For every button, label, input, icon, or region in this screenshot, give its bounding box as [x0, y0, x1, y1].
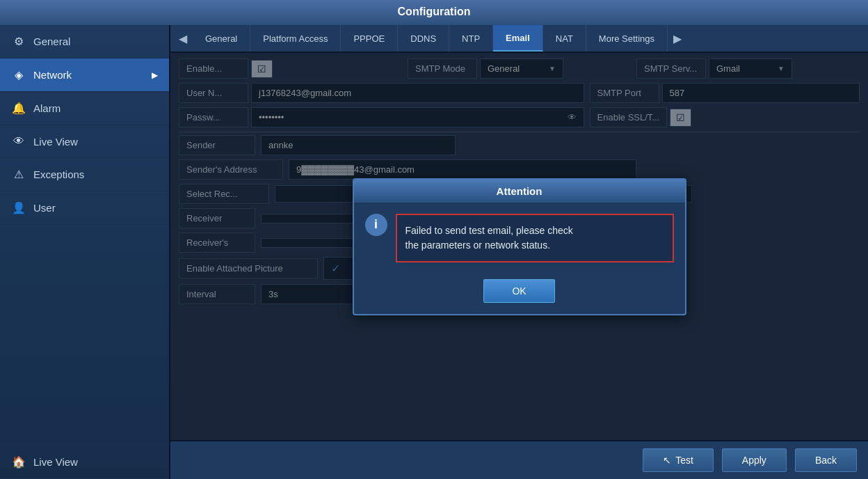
sidebar-label-network: Network	[33, 69, 72, 81]
content-area: ◀ General Platform Access PPPOE DDNS NTP…	[170, 25, 868, 479]
modal-title: Attention	[354, 180, 685, 203]
sidebar-label-bottom: Live View	[33, 456, 78, 468]
tab-ntp[interactable]: NTP	[449, 25, 493, 52]
sidebar-label-exceptions: Exceptions	[33, 168, 84, 180]
sidebar-item-alarm[interactable]: 🔔 Alarm	[0, 92, 169, 125]
liveview-icon: 👁	[11, 135, 26, 148]
sidebar-label-alarm: Alarm	[33, 102, 61, 114]
sidebar: ⚙ General ◈ Network ▶ 🔔 Alarm 👁 Live Vie…	[0, 25, 170, 479]
network-icon: ◈	[11, 68, 26, 81]
sidebar-item-network[interactable]: ◈ Network ▶	[0, 58, 169, 92]
sidebar-label-user: User	[33, 202, 56, 214]
general-icon: ⚙	[11, 35, 26, 48]
network-arrow: ▶	[152, 70, 158, 80]
title-bar: Configuration	[0, 0, 868, 25]
title-text: Configuration	[398, 6, 471, 17]
tab-bar: ◀ General Platform Access PPPOE DDNS NTP…	[170, 25, 868, 53]
tab-email[interactable]: Email	[493, 25, 543, 52]
bottom-bar: ↖ Test Apply Back	[170, 440, 868, 479]
sidebar-item-general[interactable]: ⚙ General	[0, 25, 169, 58]
modal-overlay: Attention i Failed to send test email, p…	[170, 53, 868, 440]
tab-left-arrow[interactable]: ◀	[173, 29, 193, 48]
sidebar-label-general: General	[33, 36, 70, 47]
tab-more-settings[interactable]: More Settings	[586, 25, 668, 52]
attention-dialog: Attention i Failed to send test email, p…	[353, 178, 686, 315]
modal-footer: OK	[354, 274, 685, 314]
form-content: Enable... ☑ SMTP Mode General ▼ SMTP Ser…	[170, 53, 868, 440]
modal-ok-button[interactable]: OK	[483, 279, 554, 303]
tab-general[interactable]: General	[193, 25, 250, 52]
modal-info-icon: i	[365, 214, 387, 236]
tab-pppoe[interactable]: PPPOE	[341, 25, 398, 52]
apply-button[interactable]: Apply	[722, 448, 787, 472]
main-layout: ⚙ General ◈ Network ▶ 🔔 Alarm 👁 Live Vie…	[0, 25, 868, 479]
alarm-icon: 🔔	[11, 102, 26, 115]
tab-right-arrow[interactable]: ▶	[668, 29, 687, 48]
modal-body: i Failed to send test email, please chec…	[354, 203, 685, 274]
sidebar-item-user[interactable]: 👤 User	[0, 191, 169, 225]
sidebar-spacer	[0, 225, 169, 445]
sidebar-item-liveview[interactable]: 👁 Live View	[0, 125, 169, 158]
modal-message: Failed to send test email, please checkt…	[396, 214, 674, 262]
sidebar-item-bottom-liveview[interactable]: 🏠 Live View	[0, 445, 169, 479]
test-button[interactable]: ↖ Test	[643, 448, 714, 472]
cursor-icon: ↖	[663, 455, 671, 466]
sidebar-label-liveview: Live View	[33, 136, 78, 148]
sidebar-item-exceptions[interactable]: ⚠ Exceptions	[0, 158, 169, 191]
tab-platform-access[interactable]: Platform Access	[250, 25, 341, 52]
tab-nat[interactable]: NAT	[543, 25, 586, 52]
user-icon: 👤	[11, 201, 26, 214]
exceptions-icon: ⚠	[11, 168, 26, 181]
back-button[interactable]: Back	[795, 448, 857, 472]
home-icon: 🏠	[11, 455, 26, 469]
tab-ddns[interactable]: DDNS	[398, 25, 449, 52]
